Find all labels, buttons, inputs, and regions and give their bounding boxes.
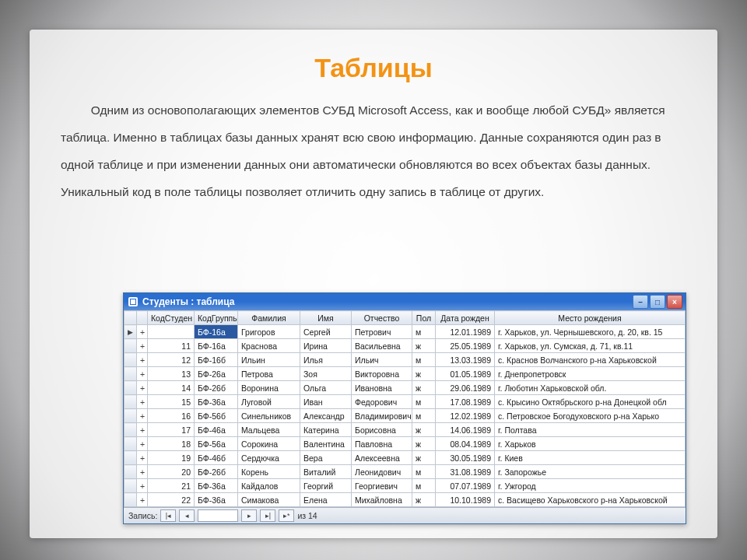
- row-selector[interactable]: [124, 437, 137, 451]
- row-selector[interactable]: [124, 367, 137, 381]
- close-button[interactable]: ×: [667, 295, 682, 309]
- expand-header: [137, 311, 148, 325]
- table-row[interactable]: +19БФ-46бСердючкаВераАлексеевнаж30.05.19…: [124, 451, 686, 465]
- expand-toggle[interactable]: +: [137, 437, 148, 451]
- nav-next-button[interactable]: ▸: [241, 509, 257, 522]
- minimize-button[interactable]: –: [633, 295, 648, 309]
- nav-new-button[interactable]: ▸*: [279, 509, 294, 522]
- row-selector[interactable]: [124, 465, 137, 479]
- row-selector[interactable]: [124, 451, 137, 465]
- expand-toggle[interactable]: +: [137, 395, 148, 409]
- table-row[interactable]: +17БФ-46аМальцеваКатеринаБорисовнаж14.06…: [124, 423, 686, 437]
- nav-first-button[interactable]: |◂: [160, 509, 176, 522]
- expand-toggle[interactable]: +: [137, 381, 148, 395]
- column-header[interactable]: Пол: [412, 311, 436, 325]
- row-selector[interactable]: [124, 339, 137, 353]
- nav-prev-button[interactable]: ◂: [179, 509, 195, 522]
- expand-toggle[interactable]: +: [137, 451, 148, 465]
- record-navigator[interactable]: Запись: |◂ ◂ ▸ ▸| ▸* из 14: [124, 507, 686, 523]
- window-titlebar[interactable]: Студенты : таблица – □ ×: [124, 293, 686, 310]
- table-row[interactable]: +12БФ-16бИльинИльяИльичм13.03.1989с. Кра…: [124, 353, 686, 367]
- nav-of-label: из 14: [297, 511, 317, 520]
- column-header[interactable]: КодГруппы: [195, 311, 238, 325]
- body-paragraph: Одним из основополагающих элементов СУБД…: [61, 97, 686, 206]
- column-header[interactable]: Место рождения: [495, 311, 686, 325]
- table-row[interactable]: +11БФ-16аКрасноваИринаВасильевнаж25.05.1…: [124, 339, 686, 353]
- table-icon: [128, 297, 138, 306]
- expand-toggle[interactable]: +: [137, 423, 148, 437]
- table-row[interactable]: +21БФ-36аКайдаловГеоргийГеоргиевичм07.07…: [124, 479, 686, 493]
- row-selector[interactable]: [124, 493, 137, 507]
- expand-toggle[interactable]: +: [137, 353, 148, 367]
- data-grid[interactable]: КодСтуденКодГруппыФамилияИмяОтчествоПолД…: [124, 310, 686, 508]
- nav-last-button[interactable]: ▸|: [260, 509, 275, 522]
- column-header[interactable]: Имя: [300, 311, 352, 325]
- window-title: Студенты : таблица: [142, 296, 234, 307]
- column-header[interactable]: Дата рожден: [436, 311, 495, 325]
- row-selector[interactable]: [124, 381, 137, 395]
- column-header[interactable]: КодСтуден: [148, 311, 195, 325]
- table-row[interactable]: +13БФ-26аПетроваЗояВикторовнаж01.05.1989…: [124, 367, 686, 381]
- row-selector[interactable]: [124, 409, 137, 423]
- table-row[interactable]: +20БФ-26бКореньВиталийЛеонидовичм31.08.1…: [124, 465, 686, 479]
- expand-toggle[interactable]: +: [137, 339, 148, 353]
- column-header[interactable]: Отчество: [352, 311, 412, 325]
- table-row[interactable]: ▶+БФ-16аГригоровСергейПетровичм12.01.198…: [124, 325, 686, 339]
- table-row[interactable]: +15БФ-36аЛуговойИванФедоровичм17.08.1989…: [124, 395, 686, 409]
- row-selector[interactable]: [124, 423, 137, 437]
- expand-toggle[interactable]: +: [137, 325, 148, 339]
- row-selector[interactable]: [124, 479, 137, 493]
- page-title: Таблицы: [61, 53, 686, 83]
- row-selector[interactable]: ▶: [124, 325, 137, 339]
- table-row[interactable]: +18БФ-56аСорокинаВалентинаПавловнаж08.04…: [124, 437, 686, 451]
- expand-toggle[interactable]: +: [137, 479, 148, 493]
- expand-toggle[interactable]: +: [137, 465, 148, 479]
- slide-card: Таблицы Одним из основополагающих элемен…: [30, 30, 717, 538]
- expand-toggle[interactable]: +: [137, 367, 148, 381]
- expand-toggle[interactable]: +: [137, 409, 148, 423]
- table-row[interactable]: +22БФ-36аСимаковаЕленаМихайловнаж10.10.1…: [124, 493, 686, 507]
- row-selector[interactable]: [124, 353, 137, 367]
- nav-label: Запись:: [128, 511, 157, 520]
- row-selector-header[interactable]: [124, 311, 137, 325]
- column-header[interactable]: Фамилия: [238, 311, 300, 325]
- row-selector[interactable]: [124, 395, 137, 409]
- expand-toggle[interactable]: +: [137, 493, 148, 507]
- maximize-button[interactable]: □: [650, 295, 665, 309]
- access-window: Студенты : таблица – □ × КодСтуденКодГру…: [123, 292, 686, 524]
- nav-current-record[interactable]: [198, 509, 238, 522]
- table-row[interactable]: +14БФ-26бВоронинаОльгаИвановнаж29.06.198…: [124, 381, 686, 395]
- table-row[interactable]: +16БФ-56бСинельниковАлександрВладимирови…: [124, 409, 686, 423]
